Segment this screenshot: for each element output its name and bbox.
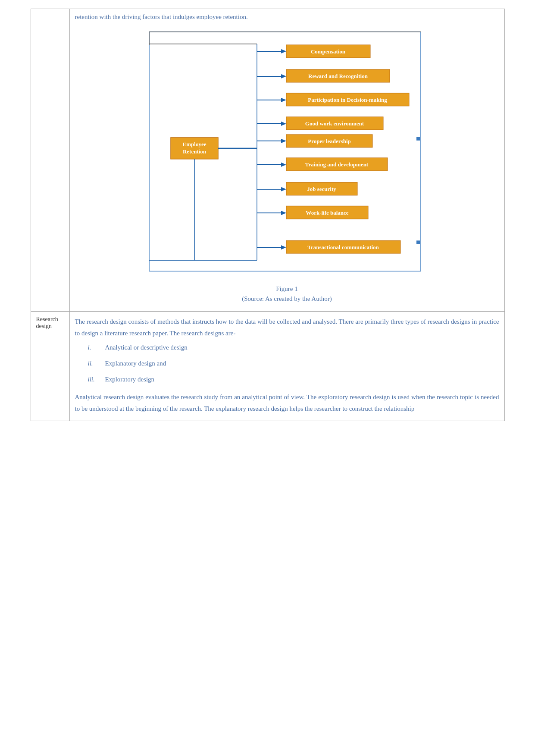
- left-label-design: design: [36, 323, 52, 329]
- svg-text:Compensation: Compensation: [310, 48, 345, 55]
- svg-marker-25: [281, 122, 286, 126]
- svg-text:Job security: Job security: [307, 186, 336, 192]
- research-design-row: Research design The research design cons…: [31, 312, 504, 421]
- main-table: retention with the driving factors that …: [31, 9, 505, 421]
- svg-text:Retention: Retention: [182, 148, 206, 155]
- list-item-2: ii. Explanatory design and: [88, 358, 499, 371]
- list-text-1: Analytical or descriptive design: [105, 342, 499, 353]
- svg-text:Participation in Decision-maki: Participation in Decision-making: [308, 97, 387, 103]
- svg-text:Proper leadership: Proper leadership: [308, 138, 351, 144]
- research-para-1: The research design consists of methods …: [75, 316, 499, 339]
- svg-rect-10: [416, 137, 420, 141]
- top-text: retention with the driving factors that …: [75, 13, 499, 21]
- list-num-2: ii.: [88, 360, 105, 367]
- list-num-3: iii.: [88, 376, 105, 383]
- svg-marker-13: [281, 49, 286, 53]
- list-text-3: Exploratory design: [105, 374, 499, 385]
- svg-text:Training and development: Training and development: [305, 161, 368, 168]
- svg-marker-41: [281, 211, 286, 215]
- left-cell-empty: [31, 9, 69, 312]
- svg-text:Work-life balance: Work-life balance: [306, 209, 349, 216]
- svg-text:Reward and Recognition: Reward and Recognition: [308, 73, 368, 79]
- diagram-container: Employee Retention: [75, 28, 499, 278]
- svg-marker-45: [281, 245, 286, 250]
- svg-text:Employee: Employee: [182, 141, 206, 147]
- left-cell-research: Research design: [31, 312, 69, 421]
- diagram-svg: Employee Retention: [145, 28, 429, 278]
- right-cell-diagram: retention with the driving factors that …: [69, 9, 504, 312]
- list-item-3: iii. Exploratory design: [88, 374, 499, 387]
- svg-text:Transactional communication: Transactional communication: [307, 244, 379, 250]
- source-caption: (Source: As created by the Author): [75, 295, 499, 303]
- svg-text:Good work environment: Good work environment: [305, 120, 364, 127]
- list-num-1: i.: [88, 344, 105, 351]
- svg-marker-17: [281, 74, 286, 78]
- list-item-1: i. Analytical or descriptive design: [88, 342, 499, 355]
- svg-rect-11: [416, 241, 420, 244]
- diagram-row: retention with the driving factors that …: [31, 9, 504, 312]
- svg-marker-29: [281, 139, 286, 143]
- page-wrapper: retention with the driving factors that …: [31, 0, 505, 438]
- svg-marker-37: [281, 187, 286, 191]
- list-text-2: Explanatory design and: [105, 358, 499, 369]
- svg-marker-21: [281, 98, 286, 102]
- figure-caption: Figure 1: [75, 285, 499, 293]
- left-label-research: Research: [36, 316, 58, 322]
- research-para-2: Analytical research design evaluates the…: [75, 391, 499, 415]
- right-cell-research: The research design consists of methods …: [69, 312, 504, 421]
- svg-marker-33: [281, 162, 286, 167]
